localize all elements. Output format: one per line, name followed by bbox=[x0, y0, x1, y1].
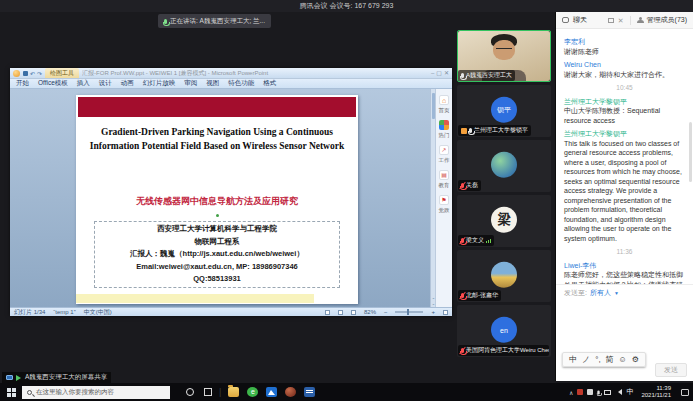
redo-icon[interactable]: ↷ bbox=[37, 70, 42, 77]
zoom-out-icon[interactable]: − bbox=[384, 309, 388, 315]
ppt-window-buttons[interactable]: ‒ ▢ ✕ bbox=[431, 70, 449, 76]
edu-icon: ▤ bbox=[439, 170, 449, 180]
normal-view-icon[interactable] bbox=[325, 310, 330, 315]
browser-icon[interactable]: e bbox=[247, 387, 258, 397]
document-app-icon[interactable] bbox=[304, 387, 315, 397]
ribbon-tab[interactable]: 插入 bbox=[77, 79, 90, 88]
tab-members[interactable]: 管理成员(73) bbox=[647, 15, 687, 25]
taskbar-clock[interactable]: 11:39 2021/11/21 bbox=[641, 385, 671, 399]
ribbon-tab[interactable]: 审阅 bbox=[184, 79, 197, 88]
tray-display-icon[interactable] bbox=[604, 390, 611, 395]
slide-banner bbox=[78, 97, 356, 117]
slide-textbox[interactable]: 西安理工大学计算机科学与工程学院物联网工程系汇报人：魏嵬（http://js.x… bbox=[94, 221, 340, 288]
ppt-editing-canvas[interactable]: Gradient-Driven Parking Navigation Using… bbox=[10, 89, 430, 307]
ribbon-tab[interactable]: 幻灯片放映 bbox=[143, 79, 176, 88]
minimize-icon[interactable]: ‒ bbox=[431, 70, 434, 76]
chat-input[interactable] bbox=[556, 300, 693, 350]
maximize-icon[interactable]: ▢ bbox=[436, 70, 442, 76]
template-panel-item[interactable]: ⚑党政 bbox=[438, 195, 450, 215]
tray-mic-icon[interactable] bbox=[598, 390, 600, 394]
participant-name: 兰州理工大学黎锁平 bbox=[474, 126, 528, 135]
quick-access-toolbar[interactable]: ↶ ↷ bbox=[23, 70, 42, 77]
windows-logo-icon bbox=[7, 388, 16, 397]
ribbon-tab[interactable]: 特色功能 bbox=[228, 79, 254, 88]
scrollbar-thumb[interactable] bbox=[432, 93, 435, 119]
ribbon-tab[interactable]: 设计 bbox=[99, 79, 112, 88]
send-button[interactable]: 发送 bbox=[655, 363, 687, 377]
textbox-handle-icon[interactable] bbox=[216, 214, 219, 217]
popout-icon[interactable] bbox=[608, 18, 614, 23]
template-panel-label: 党政 bbox=[439, 206, 450, 214]
participant-label: 北邮-张鑫华 bbox=[458, 290, 501, 301]
participant-tile[interactable]: en美国阿肯色理工大学Weiru Chen bbox=[457, 305, 551, 357]
ime-key[interactable]: 简 bbox=[606, 354, 614, 365]
sorter-view-icon[interactable] bbox=[338, 310, 343, 315]
ime-toolbar[interactable]: 中ノ°,简☺⚙ bbox=[562, 352, 646, 367]
zoom-slider[interactable] bbox=[395, 311, 423, 313]
chat-sender-name: Liwei-李伟 bbox=[564, 261, 685, 271]
tray-volume-icon[interactable] bbox=[615, 389, 622, 395]
mic-icon bbox=[469, 128, 472, 133]
chat-timestamp: 10:45 bbox=[564, 83, 685, 93]
task-view-icon[interactable] bbox=[204, 388, 212, 396]
template-panel-item[interactable]: ▤教育 bbox=[438, 170, 450, 190]
members-icon bbox=[637, 17, 643, 23]
slide-text-line: Email:weiwei@xaut.edu.cn, MP: 1898690734… bbox=[95, 261, 339, 274]
slideshow-view-icon[interactable] bbox=[351, 310, 356, 315]
ppt-vertical-scrollbar[interactable]: ⌃⌄ bbox=[430, 89, 435, 307]
ime-key[interactable]: ⚙ bbox=[632, 355, 639, 364]
mic-muted-icon bbox=[461, 293, 464, 298]
chat-sender-name: 李宏利 bbox=[564, 37, 685, 47]
file-explorer-icon[interactable] bbox=[228, 387, 239, 397]
photos-app-icon[interactable] bbox=[266, 387, 277, 397]
prev-next-slide-buttons[interactable]: ⌃⌄ bbox=[431, 298, 436, 306]
ribbon-tab[interactable]: 视图 bbox=[206, 79, 219, 88]
close-icon[interactable]: ✕ bbox=[444, 70, 449, 76]
tray-cloud-icon[interactable] bbox=[587, 389, 593, 395]
drawing-tools-tab[interactable]: 绘图工具 bbox=[45, 68, 79, 78]
zoom-in-icon[interactable]: + bbox=[431, 309, 435, 315]
template-panel-item[interactable]: ↗工作 bbox=[438, 145, 450, 165]
office-orb-icon[interactable] bbox=[13, 70, 20, 77]
taskbar-search[interactable]: 在这里输入你要搜索的内容 bbox=[22, 386, 170, 399]
hidden-icons-chevron[interactable]: ∧ bbox=[569, 389, 573, 396]
ribbon-tab[interactable]: Office模板 bbox=[38, 79, 68, 88]
sphere-app-icon[interactable] bbox=[285, 387, 296, 397]
participant-tile[interactable]: A魏嵬西安理工大 bbox=[457, 30, 551, 82]
template-panel-item[interactable]: ⌂首页 bbox=[438, 95, 450, 115]
slide[interactable]: Gradient-Driven Parking Navigation Using… bbox=[76, 95, 358, 304]
ime-key[interactable]: 中 bbox=[569, 354, 577, 365]
ribbon-tab[interactable]: 动画 bbox=[121, 79, 134, 88]
participant-tile[interactable]: 关磊 bbox=[457, 140, 551, 192]
ribbon-tab[interactable]: 格式 bbox=[263, 79, 276, 88]
chat-message-text: 陈老师您好，您这些策略稳定性和抵御外界干扰能力如何？比如：信道状态错了怎么办 bbox=[564, 270, 685, 284]
chat-scrollbar[interactable] bbox=[689, 122, 692, 182]
undo-icon[interactable]: ↶ bbox=[30, 70, 35, 77]
start-button[interactable] bbox=[0, 388, 22, 397]
action-center-icon[interactable] bbox=[681, 389, 689, 396]
ppt-status-bar: 幻灯片 1/34 “temp 1” 中文(中国) 82% − + bbox=[10, 307, 452, 316]
ime-indicator[interactable]: 中 bbox=[626, 387, 633, 397]
ime-key[interactable]: °, bbox=[595, 355, 600, 364]
save-icon[interactable] bbox=[23, 71, 28, 76]
ribbon-tab[interactable]: 开始 bbox=[16, 79, 29, 88]
participant-tile[interactable]: 北邮-张鑫华 bbox=[457, 250, 551, 302]
ppt-title-bar[interactable]: ↶ ↷ 绘图工具 汇报-FOR Prof.WW.ppt - WEIWEI 1 [… bbox=[10, 68, 452, 79]
chat-sender-name: 兰州理工大学黎锁平 bbox=[564, 97, 685, 107]
ppt-window-title: 汇报-FOR Prof.WW.ppt - WEIWEI 1 [兼容模式] - M… bbox=[82, 69, 428, 78]
ime-key[interactable]: ノ bbox=[582, 354, 590, 365]
meeting-title-bar[interactable]: 腾讯会议 会议号: 167 679 293 bbox=[0, 0, 693, 12]
tray-app-icon[interactable] bbox=[577, 389, 583, 395]
close-chat-icon[interactable]: ✕ bbox=[618, 17, 624, 24]
tab-chat[interactable]: 聊天 bbox=[573, 15, 587, 25]
search-placeholder: 在这里输入你要搜索的内容 bbox=[36, 388, 114, 397]
cortana-icon[interactable] bbox=[186, 388, 194, 396]
participant-tile[interactable]: 梁梁文义 bbox=[457, 195, 551, 247]
send-to-select[interactable]: 所有人 bbox=[590, 288, 611, 298]
ime-key[interactable]: ☺ bbox=[619, 355, 627, 364]
chat-message-list[interactable]: 李宏利谢谢陈老师Weiru Chen谢谢大家，期待和大家进行合作。10:45兰州… bbox=[556, 29, 693, 284]
participant-tile[interactable]: 锁平兰州理工大学黎锁平 bbox=[457, 85, 551, 137]
fit-to-window-icon[interactable] bbox=[443, 310, 448, 315]
taskbar-separator: | bbox=[219, 387, 221, 397]
template-panel-item[interactable]: 热门 bbox=[438, 120, 450, 140]
